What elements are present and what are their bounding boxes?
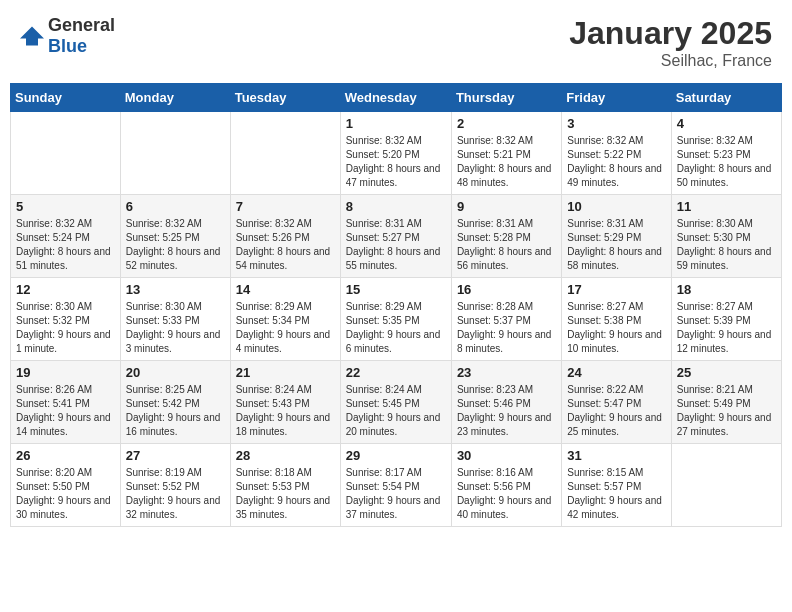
day-info: Sunrise: 8:32 AMSunset: 5:25 PMDaylight:…	[126, 217, 225, 273]
location-subtitle: Seilhac, France	[569, 52, 772, 70]
table-row: 4Sunrise: 8:32 AMSunset: 5:23 PMDaylight…	[671, 112, 781, 195]
table-row	[671, 444, 781, 527]
col-header-thursday: Thursday	[451, 84, 561, 112]
table-row: 12Sunrise: 8:30 AMSunset: 5:32 PMDayligh…	[11, 278, 121, 361]
title-block: January 2025 Seilhac, France	[569, 15, 772, 70]
day-info: Sunrise: 8:32 AMSunset: 5:26 PMDaylight:…	[236, 217, 335, 273]
day-info: Sunrise: 8:30 AMSunset: 5:30 PMDaylight:…	[677, 217, 776, 273]
calendar-week-row: 1Sunrise: 8:32 AMSunset: 5:20 PMDaylight…	[11, 112, 782, 195]
day-info: Sunrise: 8:21 AMSunset: 5:49 PMDaylight:…	[677, 383, 776, 439]
day-number: 17	[567, 282, 665, 297]
day-number: 7	[236, 199, 335, 214]
day-info: Sunrise: 8:28 AMSunset: 5:37 PMDaylight:…	[457, 300, 556, 356]
day-number: 1	[346, 116, 446, 131]
day-info: Sunrise: 8:30 AMSunset: 5:32 PMDaylight:…	[16, 300, 115, 356]
table-row	[11, 112, 121, 195]
table-row: 13Sunrise: 8:30 AMSunset: 5:33 PMDayligh…	[120, 278, 230, 361]
day-number: 27	[126, 448, 225, 463]
day-number: 15	[346, 282, 446, 297]
logo-blue-text: Blue	[48, 36, 87, 56]
day-number: 11	[677, 199, 776, 214]
table-row: 5Sunrise: 8:32 AMSunset: 5:24 PMDaylight…	[11, 195, 121, 278]
day-number: 9	[457, 199, 556, 214]
month-year-title: January 2025	[569, 15, 772, 52]
day-info: Sunrise: 8:31 AMSunset: 5:28 PMDaylight:…	[457, 217, 556, 273]
day-info: Sunrise: 8:29 AMSunset: 5:35 PMDaylight:…	[346, 300, 446, 356]
day-number: 16	[457, 282, 556, 297]
day-number: 21	[236, 365, 335, 380]
table-row: 14Sunrise: 8:29 AMSunset: 5:34 PMDayligh…	[230, 278, 340, 361]
day-info: Sunrise: 8:16 AMSunset: 5:56 PMDaylight:…	[457, 466, 556, 522]
table-row: 31Sunrise: 8:15 AMSunset: 5:57 PMDayligh…	[562, 444, 671, 527]
table-row: 2Sunrise: 8:32 AMSunset: 5:21 PMDaylight…	[451, 112, 561, 195]
day-number: 12	[16, 282, 115, 297]
table-row: 29Sunrise: 8:17 AMSunset: 5:54 PMDayligh…	[340, 444, 451, 527]
day-info: Sunrise: 8:24 AMSunset: 5:43 PMDaylight:…	[236, 383, 335, 439]
table-row: 18Sunrise: 8:27 AMSunset: 5:39 PMDayligh…	[671, 278, 781, 361]
day-info: Sunrise: 8:18 AMSunset: 5:53 PMDaylight:…	[236, 466, 335, 522]
col-header-saturday: Saturday	[671, 84, 781, 112]
day-number: 8	[346, 199, 446, 214]
day-info: Sunrise: 8:31 AMSunset: 5:29 PMDaylight:…	[567, 217, 665, 273]
day-number: 20	[126, 365, 225, 380]
table-row: 16Sunrise: 8:28 AMSunset: 5:37 PMDayligh…	[451, 278, 561, 361]
day-number: 30	[457, 448, 556, 463]
table-row: 25Sunrise: 8:21 AMSunset: 5:49 PMDayligh…	[671, 361, 781, 444]
day-info: Sunrise: 8:32 AMSunset: 5:22 PMDaylight:…	[567, 134, 665, 190]
day-number: 19	[16, 365, 115, 380]
col-header-sunday: Sunday	[11, 84, 121, 112]
day-info: Sunrise: 8:24 AMSunset: 5:45 PMDaylight:…	[346, 383, 446, 439]
table-row: 28Sunrise: 8:18 AMSunset: 5:53 PMDayligh…	[230, 444, 340, 527]
table-row: 26Sunrise: 8:20 AMSunset: 5:50 PMDayligh…	[11, 444, 121, 527]
col-header-friday: Friday	[562, 84, 671, 112]
day-info: Sunrise: 8:26 AMSunset: 5:41 PMDaylight:…	[16, 383, 115, 439]
day-number: 23	[457, 365, 556, 380]
table-row: 1Sunrise: 8:32 AMSunset: 5:20 PMDaylight…	[340, 112, 451, 195]
day-number: 25	[677, 365, 776, 380]
table-row: 8Sunrise: 8:31 AMSunset: 5:27 PMDaylight…	[340, 195, 451, 278]
calendar-week-row: 26Sunrise: 8:20 AMSunset: 5:50 PMDayligh…	[11, 444, 782, 527]
day-info: Sunrise: 8:25 AMSunset: 5:42 PMDaylight:…	[126, 383, 225, 439]
table-row: 27Sunrise: 8:19 AMSunset: 5:52 PMDayligh…	[120, 444, 230, 527]
day-number: 18	[677, 282, 776, 297]
col-header-wednesday: Wednesday	[340, 84, 451, 112]
table-row: 24Sunrise: 8:22 AMSunset: 5:47 PMDayligh…	[562, 361, 671, 444]
table-row: 6Sunrise: 8:32 AMSunset: 5:25 PMDaylight…	[120, 195, 230, 278]
day-info: Sunrise: 8:22 AMSunset: 5:47 PMDaylight:…	[567, 383, 665, 439]
day-number: 13	[126, 282, 225, 297]
table-row: 23Sunrise: 8:23 AMSunset: 5:46 PMDayligh…	[451, 361, 561, 444]
table-row: 3Sunrise: 8:32 AMSunset: 5:22 PMDaylight…	[562, 112, 671, 195]
table-row	[230, 112, 340, 195]
calendar-week-row: 5Sunrise: 8:32 AMSunset: 5:24 PMDaylight…	[11, 195, 782, 278]
day-info: Sunrise: 8:27 AMSunset: 5:38 PMDaylight:…	[567, 300, 665, 356]
col-header-monday: Monday	[120, 84, 230, 112]
col-header-tuesday: Tuesday	[230, 84, 340, 112]
table-row	[120, 112, 230, 195]
calendar-week-row: 12Sunrise: 8:30 AMSunset: 5:32 PMDayligh…	[11, 278, 782, 361]
logo: General Blue	[20, 15, 115, 57]
day-info: Sunrise: 8:32 AMSunset: 5:21 PMDaylight:…	[457, 134, 556, 190]
calendar-week-row: 19Sunrise: 8:26 AMSunset: 5:41 PMDayligh…	[11, 361, 782, 444]
day-number: 22	[346, 365, 446, 380]
logo-icon	[20, 26, 44, 46]
table-row: 22Sunrise: 8:24 AMSunset: 5:45 PMDayligh…	[340, 361, 451, 444]
day-info: Sunrise: 8:29 AMSunset: 5:34 PMDaylight:…	[236, 300, 335, 356]
table-row: 7Sunrise: 8:32 AMSunset: 5:26 PMDaylight…	[230, 195, 340, 278]
table-row: 11Sunrise: 8:30 AMSunset: 5:30 PMDayligh…	[671, 195, 781, 278]
day-number: 2	[457, 116, 556, 131]
day-info: Sunrise: 8:27 AMSunset: 5:39 PMDaylight:…	[677, 300, 776, 356]
table-row: 9Sunrise: 8:31 AMSunset: 5:28 PMDaylight…	[451, 195, 561, 278]
svg-marker-0	[20, 26, 44, 45]
calendar-header-row: Sunday Monday Tuesday Wednesday Thursday…	[11, 84, 782, 112]
day-number: 10	[567, 199, 665, 214]
table-row: 15Sunrise: 8:29 AMSunset: 5:35 PMDayligh…	[340, 278, 451, 361]
day-info: Sunrise: 8:19 AMSunset: 5:52 PMDaylight:…	[126, 466, 225, 522]
day-number: 31	[567, 448, 665, 463]
day-info: Sunrise: 8:15 AMSunset: 5:57 PMDaylight:…	[567, 466, 665, 522]
day-number: 5	[16, 199, 115, 214]
table-row: 30Sunrise: 8:16 AMSunset: 5:56 PMDayligh…	[451, 444, 561, 527]
day-info: Sunrise: 8:23 AMSunset: 5:46 PMDaylight:…	[457, 383, 556, 439]
calendar-table: Sunday Monday Tuesday Wednesday Thursday…	[10, 83, 782, 527]
logo-general-text: General	[48, 15, 115, 35]
day-info: Sunrise: 8:32 AMSunset: 5:23 PMDaylight:…	[677, 134, 776, 190]
